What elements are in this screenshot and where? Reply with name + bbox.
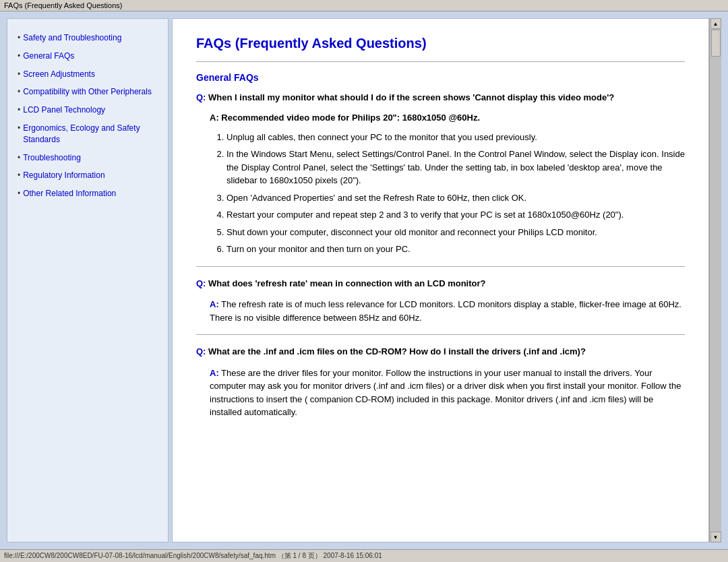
main-layout: • Safety and Troubleshooting • General F… [0,11,728,549]
status-bar-text: file:///E:/200CW8/200CW8ED/FU-07-08-16/l… [4,552,382,559]
nav-bullet: • [18,69,20,79]
nav-item-troubleshooting[interactable]: • Troubleshooting [18,152,158,164]
q2-letter: Q: [196,278,206,288]
nav-item-ergonomics[interactable]: • Ergonomics, Ecology and Safety Standar… [18,123,158,146]
status-bar: file:///E:/200CW8/200CW8ED/FU-07-08-16/l… [0,549,728,562]
title-bar-text: FAQs (Frequently Asked Questions) [4,1,122,9]
divider-top [196,61,685,62]
divider-2 [196,334,685,335]
q3-text: What are the .inf and .icm files on the … [208,346,586,356]
q2-text: What does 'refresh rate' mean in connect… [208,278,485,288]
divider-1 [196,266,685,267]
nav-item-general-faqs[interactable]: • General FAQs [18,51,158,62]
nav-bullet: • [18,123,20,133]
nav-bullet: • [18,189,20,198]
scrollbar-track[interactable] [710,29,721,532]
nav-item-other-related[interactable]: • Other Related Information [18,188,158,199]
nav-link-troubleshooting[interactable]: Troubleshooting [23,152,81,164]
nav-link-compatibility[interactable]: Compatibility with Other Peripherals [23,86,152,98]
answer-3-section: A: These are the driver files for your m… [210,367,685,419]
scrollbar-down-button[interactable]: ▼ [710,532,721,542]
content-panel: FAQs (Frequently Asked Questions) Genera… [172,18,709,542]
answer-1-bold: A: Recommended video mode for Philips 20… [210,113,685,123]
answer-1-section: A: Recommended video mode for Philips 20… [210,113,685,256]
right-scrollbar[interactable]: ▲ ▼ [709,18,721,542]
nav-item-safety[interactable]: • Safety and Troubleshooting [18,32,158,44]
page-title: FAQs (Frequently Asked Questions) [196,36,685,51]
nav-item-screen-adjustments[interactable]: • Screen Adjustments [18,69,158,80]
answer-2-text: A: The refresh rate is of much less rele… [210,298,685,324]
steps-list: Unplug all cables, then connect your PC … [226,131,685,256]
nav-link-lcd-panel[interactable]: LCD Panel Technology [23,104,105,116]
nav-item-compatibility[interactable]: • Compatibility with Other Peripherals [18,86,158,98]
nav-link-general-faqs[interactable]: General FAQs [23,51,74,62]
q3-letter: Q: [196,346,206,356]
nav-item-lcd-panel[interactable]: • LCD Panel Technology [18,104,158,116]
scrollbar-thumb[interactable] [711,30,721,57]
q1-text: When I install my monitor what should I … [208,92,614,102]
nav-link-screen-adjustments[interactable]: Screen Adjustments [23,69,95,80]
step-4: Restart your computer and repeat step 2 … [226,208,685,222]
a3-letter: A: [210,368,219,378]
question-2: Q: What does 'refresh rate' mean in conn… [196,277,685,290]
title-bar: FAQs (Frequently Asked Questions) [0,0,728,11]
nav-link-regulatory[interactable]: Regulatory Information [23,170,104,181]
answer-2-section: A: The refresh rate is of much less rele… [210,298,685,324]
a2-body: The refresh rate is of much less relevan… [210,299,681,323]
nav-link-ergonomics[interactable]: Ergonomics, Ecology and Safety Standards [23,123,158,146]
content-with-scroll: FAQs (Frequently Asked Questions) Genera… [169,18,721,542]
nav-item-regulatory[interactable]: • Regulatory Information [18,170,158,181]
step-1: Unplug all cables, then connect your PC … [226,131,685,144]
browser-wrapper: • Safety and Troubleshooting • General F… [0,11,728,549]
step-2: In the Windows Start Menu, select Settin… [226,148,685,187]
scrollbar-up-button[interactable]: ▲ [710,18,721,29]
nav-link-safety[interactable]: Safety and Troubleshooting [23,32,121,44]
step-3: Open 'Advanced Properties' and set the R… [226,191,685,205]
step-6: Turn on your monitor and then turn on yo… [226,243,685,256]
question-3: Q: What are the .inf and .icm files on t… [196,345,685,358]
question-1: Q: When I install my monitor what should… [196,91,685,104]
answer-3-text: A: These are the driver files for your m… [210,367,685,419]
a3-body: These are the driver files for your moni… [210,368,681,418]
q1-letter: Q: [196,92,206,102]
section-title: General FAQs [196,72,685,83]
nav-bullet: • [18,170,20,180]
nav-bullet: • [18,51,20,61]
nav-bullet: • [18,153,20,162]
a2-letter: A: [210,299,219,309]
nav-bullet: • [18,105,20,115]
nav-link-other-related[interactable]: Other Related Information [23,188,116,199]
nav-bullet: • [18,87,20,96]
nav-bullet: • [18,33,20,42]
left-panel: • Safety and Troubleshooting • General F… [7,18,169,542]
step-5: Shut down your computer, disconnect your… [226,226,685,239]
